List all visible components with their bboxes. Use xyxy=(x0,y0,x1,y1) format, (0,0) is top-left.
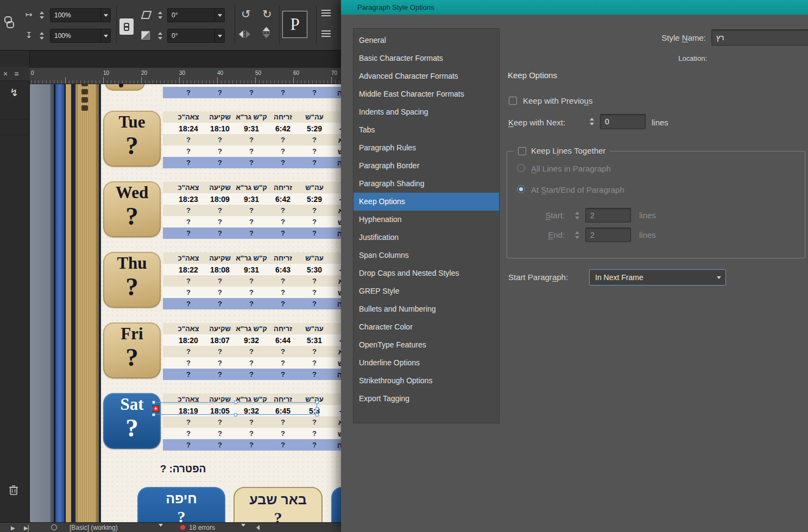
trash-icon[interactable] xyxy=(9,485,18,498)
dialog-section-keep-options[interactable]: Keep Options xyxy=(354,193,499,211)
dialog-title-bar[interactable]: Paragraph Style Options xyxy=(341,0,808,15)
dialog-section-paragraph-rules[interactable]: Paragraph Rules xyxy=(354,139,499,157)
chevron-down-icon[interactable] xyxy=(159,524,163,527)
day-box-tue[interactable]: Tue? xyxy=(103,111,161,167)
table-header-row[interactable]: צאה"כשקיעהק"ש גר"אזריחהעה"ש xyxy=(163,252,341,264)
dialog-section-drop-caps-and-nested-styles[interactable]: Drop Caps and Nested Styles xyxy=(354,264,499,282)
dialog-section-advanced-character-formats[interactable]: Advanced Character Formats xyxy=(354,67,499,85)
partial-day-box[interactable] xyxy=(105,84,145,91)
city-box-3[interactable] xyxy=(331,487,341,522)
day-times-table[interactable]: צאה"כשקיעהק"ש גר"אזריחהעה"ש18:2318:099:3… xyxy=(163,182,341,239)
selection-frame[interactable]: + xyxy=(154,402,317,415)
selection-handle[interactable] xyxy=(152,401,155,404)
dialog-section-opentype-features[interactable]: OpenType Features xyxy=(354,336,499,354)
dialog-section-justification[interactable]: Justification xyxy=(354,229,499,246)
day-box-fri[interactable]: Fri? xyxy=(103,322,161,378)
flip-vertical-icon[interactable] xyxy=(263,27,270,39)
placeholder-row[interactable]: ?????״ש xyxy=(163,357,341,369)
rotation-stepper[interactable] xyxy=(156,29,164,43)
shear-stepper[interactable] xyxy=(156,8,164,22)
all-lines-radio[interactable] xyxy=(517,164,525,172)
dialog-section-basic-character-formats[interactable]: Basic Character Formats xyxy=(354,49,499,67)
keep-lines-together-checkbox[interactable] xyxy=(518,147,526,155)
placeholder-row[interactable]: ?????״א xyxy=(163,416,341,428)
constrain-proportions-link-icon[interactable] xyxy=(119,18,134,35)
document-viewport[interactable]: ?????יפה Tue?צאה"כשקיעהק"ש גר"אזריחהעה"ש… xyxy=(30,84,341,522)
keep-with-next-stepper[interactable] xyxy=(587,115,597,129)
reference-point-icon[interactable] xyxy=(4,16,16,33)
start-paragraph-dropdown[interactable]: In Next Frame xyxy=(589,269,726,286)
day-box-wed[interactable]: Wed? xyxy=(103,181,161,237)
dialog-section-export-tagging[interactable]: Export Tagging xyxy=(354,390,499,408)
table-header-row[interactable]: צאה"כשקיעהק"ש גר"אזריחהעה"ש xyxy=(163,182,341,193)
placeholder-row[interactable]: ?????״ש xyxy=(163,287,341,298)
times-row[interactable]: 18:2018:079:326:445:31ם- xyxy=(163,334,341,346)
day-times-table[interactable]: צאה"כשקיעהק"ש גר"אזריחהעה"ש18:2218:089:3… xyxy=(163,252,341,309)
at-start-end-radio[interactable] xyxy=(517,185,525,193)
placeholder-row[interactable]: ?????״ש xyxy=(163,428,341,439)
table-header-row[interactable]: צאה"כשקיעהק"ש גר"אזריחהעה"ש xyxy=(163,111,341,123)
highlight-row[interactable]: ?????יפה xyxy=(163,439,341,451)
last-page-button[interactable]: ▶▏ xyxy=(24,525,32,531)
overset-text-icon[interactable]: + xyxy=(153,406,159,412)
dialog-section-character-color[interactable]: Character Color xyxy=(354,318,499,336)
keep-with-next-input[interactable]: 0 xyxy=(600,114,646,129)
flip-horizontal-icon[interactable] xyxy=(239,30,250,38)
dialog-section-indents-and-spacing[interactable]: Indents and Spacing xyxy=(354,103,499,121)
chevron-down-icon[interactable] xyxy=(100,29,110,42)
start-input[interactable]: 2 xyxy=(585,208,631,223)
city-box-1[interactable]: חיפה? xyxy=(137,487,225,522)
dialog-section-general[interactable]: General xyxy=(354,31,499,49)
align-distribute-icon[interactable] xyxy=(321,10,331,17)
dialog-section-underline-options[interactable]: Underline Options xyxy=(354,354,499,372)
rotate-ccw-icon[interactable]: ↺ xyxy=(241,8,251,20)
keep-with-previous-checkbox[interactable] xyxy=(509,97,517,105)
dialog-section-tabs[interactable]: Tabs xyxy=(354,121,499,139)
highlight-row[interactable]: ?????יפה xyxy=(163,369,341,380)
dialog-section-paragraph-border[interactable]: Paragraph Border xyxy=(354,157,499,175)
style-name-input[interactable]: רץ xyxy=(711,29,808,46)
calendar-page[interactable]: ?????יפה Tue?צאה"כשקיעהק"ש גר"אזריחהעה"ש… xyxy=(101,84,341,522)
next-page-button[interactable]: ▶ xyxy=(11,525,15,531)
day-times-table[interactable]: צאה"כשקיעהק"ש גר"אזריחהעה"ש18:2418:109:3… xyxy=(163,111,341,168)
times-row[interactable]: 18:2218:089:316:435:30ם- xyxy=(163,264,341,275)
city-box-2[interactable]: באר שבע? xyxy=(233,487,323,522)
rotation-combo[interactable]: 0° xyxy=(167,29,225,43)
scale-x-combo[interactable]: 100% xyxy=(50,8,111,22)
times-row[interactable]: 18:2318:099:316:425:29ם- xyxy=(163,193,341,205)
placeholder-row[interactable]: ?????״א xyxy=(163,346,341,357)
selection-handle[interactable] xyxy=(315,413,319,416)
dialog-section-grep-style[interactable]: GREP Style xyxy=(354,282,499,300)
highlight-row[interactable]: ?????יפה xyxy=(163,227,341,239)
chevron-down-icon[interactable] xyxy=(100,9,110,22)
highlight-row[interactable]: ?????יפה xyxy=(163,87,341,98)
placeholder-row[interactable]: ?????״ש xyxy=(163,145,341,157)
placeholder-row[interactable]: ?????״א xyxy=(163,134,341,145)
scale-y-combo[interactable]: 100% xyxy=(50,29,111,43)
start-stepper[interactable] xyxy=(572,208,582,223)
times-row[interactable]: 18:2418:109:316:425:29ם- xyxy=(163,123,341,134)
errors-count[interactable]: 18 errors xyxy=(189,524,215,531)
chevron-down-icon[interactable] xyxy=(214,29,224,42)
day-times-table[interactable]: צאה"כשקיעהק"ש גר"אזריחהעה"ש18:2018:079:3… xyxy=(163,323,341,380)
chevron-down-icon[interactable] xyxy=(241,524,245,527)
placeholder-row[interactable]: ?????״א xyxy=(163,205,341,216)
selection-handle[interactable] xyxy=(234,413,237,416)
highlight-row[interactable]: ?????יפה xyxy=(163,298,341,309)
placeholder-row[interactable]: ?????״א xyxy=(163,275,341,287)
selection-handle[interactable] xyxy=(315,401,319,404)
end-stepper[interactable] xyxy=(572,228,582,242)
shear-combo[interactable]: 0° xyxy=(167,8,225,22)
lightning-icon[interactable]: ↯ xyxy=(10,86,18,99)
align-distribute-icon[interactable] xyxy=(321,30,331,38)
selection-handle[interactable] xyxy=(234,401,237,404)
close-icon[interactable]: × xyxy=(3,69,8,78)
panel-menu-icon[interactable]: ≡ xyxy=(14,69,18,78)
placeholder-row[interactable]: ?????״ש xyxy=(163,216,341,227)
rotate-cw-icon[interactable]: ↻ xyxy=(262,8,272,20)
dialog-section-span-columns[interactable]: Span Columns xyxy=(354,246,499,264)
horizontal-ruler[interactable]: 010203040506070 xyxy=(30,68,341,84)
scroll-left-icon[interactable] xyxy=(256,525,260,530)
dialog-section-bullets-and-numbering[interactable]: Bullets and Numbering xyxy=(354,300,499,318)
day-box-thu[interactable]: Thu? xyxy=(103,252,161,308)
